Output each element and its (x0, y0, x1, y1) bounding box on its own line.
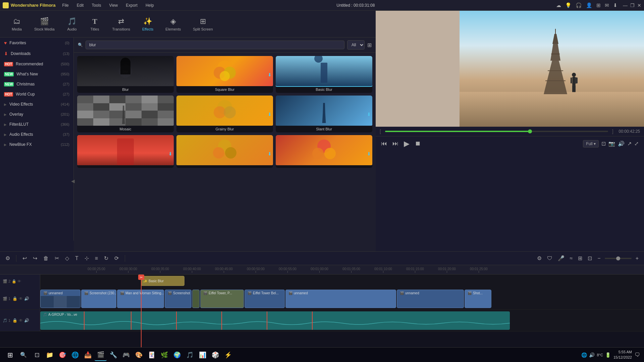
grid-view-icon[interactable]: ⊞ (367, 42, 372, 48)
taskbar-app-tool1[interactable]: 🔧 (107, 349, 119, 361)
taskbar-chrome[interactable]: 🌐 (69, 349, 81, 361)
panel-collapse-arrow[interactable]: ◀ (71, 178, 75, 184)
effect-slant-blur[interactable]: ⬇ Slant Blur (276, 96, 372, 132)
taskbar-app-globe[interactable]: 🌍 (171, 349, 183, 361)
toolbar-titles[interactable]: T Titles (85, 14, 105, 34)
left-panel-favorites[interactable]: ♥ Favorites (0) (0, 38, 73, 48)
grid-icon[interactable]: ⊞ (596, 2, 601, 8)
download-icon[interactable]: ⬇ (613, 2, 618, 8)
effect-clip-basic-blur[interactable]: ✨ Basic Blur (141, 276, 184, 286)
menu-edit[interactable]: Edit (75, 2, 85, 8)
track-1-lock-icon[interactable]: 🔒 (12, 296, 17, 301)
volume-icon[interactable]: 🔊 (618, 140, 625, 147)
timeline-redo-button[interactable]: ↪ (32, 254, 39, 262)
toolbar-audio[interactable]: 🎵 Audio (62, 14, 82, 34)
track-1-eye-icon[interactable]: 👁 (19, 296, 23, 301)
quality-selector[interactable]: Full ▾ (583, 140, 599, 147)
taskbar-spotify[interactable]: 🎵 (184, 349, 196, 361)
effect-mosaic[interactable]: Mosaic (77, 96, 174, 132)
taskbar-time[interactable]: 5:55 AM 15/12/2022 (613, 350, 632, 360)
stop-button[interactable]: ⏹ (415, 140, 421, 147)
taskbar-app-tree[interactable]: 🌿 (158, 349, 170, 361)
effect-grainy-blur[interactable]: ⬇ Grainy Blur (176, 96, 273, 132)
effect-fashion[interactable]: ⬇ (77, 135, 174, 168)
menu-file[interactable]: File (61, 2, 70, 8)
timeline-tool-3[interactable]: ≈ (569, 255, 574, 262)
lightbulb-icon[interactable]: 💡 (565, 2, 572, 8)
zoom-out-button[interactable]: − (596, 255, 602, 262)
menu-export[interactable]: Export (124, 2, 139, 8)
toolbar-media[interactable]: 🗂 Media (7, 14, 27, 34)
expand-icon[interactable]: ⤢ (634, 140, 639, 147)
taskbar-app-nvidia[interactable]: 🎯 (56, 349, 68, 361)
taskbar-app-download[interactable]: 📥 (82, 349, 94, 361)
clip-man-woman[interactable]: 🎬Man and Woman Sitting... (117, 290, 164, 308)
timeline-cut-button[interactable]: ✂ (53, 254, 60, 262)
timeline-text-button[interactable]: T (74, 255, 80, 262)
left-panel-overlay[interactable]: ▶ Overlay (201) (0, 109, 73, 119)
menu-view[interactable]: View (108, 2, 119, 8)
taskbar-app-stat[interactable]: 📊 (197, 349, 209, 361)
step-back-button[interactable]: ⏭ (392, 140, 398, 147)
menu-tools[interactable]: Tools (90, 2, 102, 8)
track-1-volume-icon[interactable]: 🔊 (24, 296, 29, 301)
export-frame-icon[interactable]: ↗ (627, 140, 632, 147)
zoom-handle[interactable] (616, 256, 620, 260)
clip-unnamed-2[interactable]: 🎬unnamed (285, 290, 396, 308)
progress-bar[interactable] (385, 131, 608, 132)
progress-handle[interactable] (528, 129, 532, 133)
toolbar-transitions[interactable]: ⇄ Transitions (108, 14, 135, 34)
effect-flower2[interactable]: ⬇ (176, 135, 273, 168)
clip-screenshot-230[interactable]: 🎬Screenshot (230... (81, 290, 116, 308)
left-panel-downloads[interactable]: ⬇ Downloads (13) (0, 48, 73, 59)
taskbar-app-game1[interactable]: 🎮 (120, 349, 132, 361)
timeline-settings-button[interactable]: ⚙ (4, 254, 11, 262)
frame-icon[interactable]: ⊡ (601, 140, 606, 147)
zoom-slider[interactable] (605, 258, 632, 259)
track-2-eye-icon[interactable]: 👁 (17, 279, 21, 284)
search-input[interactable] (86, 41, 344, 49)
taskbar-app-bolt[interactable]: ⚡ (222, 349, 234, 361)
maximize-button[interactable]: ❐ (630, 3, 635, 8)
audio-track-volume-icon[interactable]: 🔊 (24, 318, 29, 323)
taskbar-app-dice[interactable]: 🎲 (209, 349, 221, 361)
skip-back-button[interactable]: ⏮ (381, 140, 387, 147)
screenshot-icon[interactable]: 📷 (608, 140, 615, 147)
mail-icon[interactable]: ✉ (605, 2, 609, 8)
timeline-undo-button[interactable]: ↩ (21, 254, 28, 262)
play-button[interactable]: ▶ (404, 139, 410, 148)
audio-clip-main[interactable]: 🎵A-GROUP - Vo...ve (40, 311, 510, 330)
left-panel-world-cup[interactable]: HOT World Cup (27) (0, 89, 73, 99)
effect-blur[interactable]: blur Blur (77, 56, 174, 93)
timeline-audio-adjust-button[interactable]: ≡ (94, 255, 99, 262)
toolbar-stock-media[interactable]: 🎬 Stock Media (30, 14, 59, 34)
timeline-delete-button[interactable]: 🗑 (42, 255, 50, 262)
effect-flower3[interactable]: ⬇ (276, 135, 372, 168)
toolbar-effects[interactable]: ✨ Effects (138, 14, 158, 34)
timeline-tool-2[interactable]: 🛡 (546, 255, 554, 262)
left-panel-christmas[interactable]: NEW Christmas (27) (0, 79, 73, 89)
timeline-split-button[interactable]: ⊞ (577, 254, 584, 262)
toolbar-split-screen[interactable]: ⊞ Split Screen (188, 14, 217, 34)
timeline-marker-button[interactable]: ◇ (64, 254, 70, 262)
timeline-rotate-button[interactable]: ↻ (103, 254, 110, 262)
taskbar-task-view[interactable]: ⊡ (31, 349, 43, 361)
close-button[interactable]: ✕ (637, 3, 641, 8)
timeline-add-button[interactable]: ⊡ (586, 254, 593, 262)
cloud-icon[interactable]: ☁ (556, 2, 561, 8)
clip-eiffel-tower-p[interactable]: 🎬Eiffel Tower, P... (200, 290, 244, 308)
taskbar-app-art[interactable]: 🎨 (133, 349, 145, 361)
search-filter-select[interactable]: All (347, 40, 365, 50)
clip-shot[interactable]: 🎬Shot... (465, 290, 491, 308)
left-panel-whats-new[interactable]: NEW What's New (950) (0, 69, 73, 79)
audio-track-eye-icon[interactable]: 👁 (19, 318, 23, 323)
track-2-lock-icon[interactable]: 🔒 (12, 279, 16, 284)
audio-track-lock-icon[interactable]: 🔒 (12, 318, 17, 323)
minimize-button[interactable]: — (623, 3, 628, 8)
volume-sys-icon[interactable]: 🔊 (589, 352, 595, 358)
timeline-tool-1[interactable]: ⚙ (536, 254, 543, 262)
toolbar-elements[interactable]: ◈ Elements (161, 14, 185, 34)
timeline-mic-button[interactable]: 🎤 (556, 254, 566, 262)
headset-icon[interactable]: 🎧 (576, 2, 582, 8)
taskbar-search-button[interactable]: 🔍 (17, 349, 30, 361)
